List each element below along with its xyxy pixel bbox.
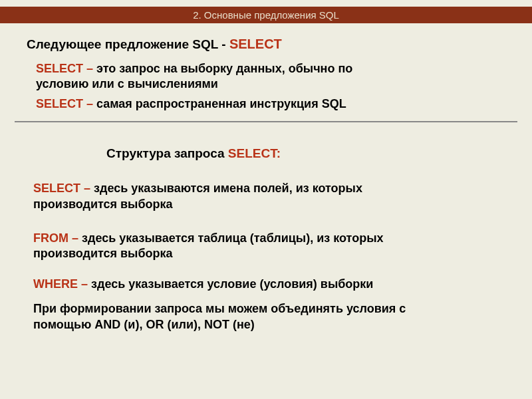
clause-from: FROM – здесь указывается таблица (таблиц… [33, 231, 446, 262]
clause-keyword: SELECT – [33, 182, 94, 195]
slide-content: Следующее предложение SQL - SELECT SELEC… [0, 37, 532, 332]
slide-header: 2. Основные предложения SQL [0, 7, 532, 23]
structure-title-prefix: Структура запроса [106, 146, 228, 160]
structure-title: Структура запроса SELECT: [106, 146, 505, 161]
clause-select: SELECT – здесь указываются имена полей, … [33, 181, 446, 212]
clause-text: здесь указывается условие (условия) выбо… [91, 277, 373, 291]
clause-keyword: FROM – [33, 231, 82, 245]
definition-1: SELECT – это запрос на выборку данных, о… [36, 61, 408, 92]
intro-prefix: Следующее предложение SQL - [27, 37, 229, 51]
intro-keyword: SELECT [229, 37, 282, 51]
structure-title-keyword: SELECT: [228, 146, 281, 160]
clause-text: здесь указывается таблица (таблицы), из … [33, 231, 384, 260]
definition-keyword: SELECT – [36, 62, 96, 75]
definition-text: самая распространенная инструкция SQL [96, 97, 346, 110]
divider [15, 121, 517, 122]
intro-line: Следующее предложение SQL - SELECT [27, 37, 505, 52]
definition-keyword: SELECT – [36, 97, 96, 110]
definition-2: SELECT – самая распространенная инструкц… [36, 96, 408, 112]
clause-where: WHERE – здесь указывается условие (услов… [33, 277, 446, 292]
clause-keyword: WHERE – [33, 277, 91, 291]
combining-note: При формировании запроса мы можем объеди… [33, 301, 459, 332]
